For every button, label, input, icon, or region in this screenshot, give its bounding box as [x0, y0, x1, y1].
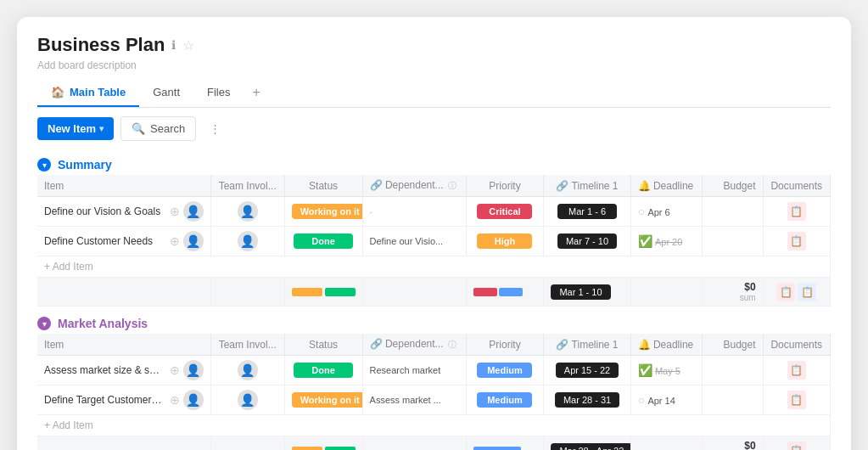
- doc-icon[interactable]: 📋: [787, 442, 806, 451]
- row-item-name[interactable]: Define our Vision & Goals: [44, 205, 163, 217]
- col-header-team: Team Invol...: [210, 334, 284, 356]
- table-row: Define our Vision & Goals ⊕ 👤 👤 Working …: [37, 197, 831, 227]
- doc-icon[interactable]: 📋: [787, 361, 806, 380]
- link-icon: 🔗: [370, 338, 383, 350]
- avatar: 👤: [238, 360, 258, 380]
- summary-timeline: Mar 1 - 10: [551, 284, 610, 300]
- link-icon: 🔗: [370, 179, 383, 191]
- search-button[interactable]: 🔍 Search: [120, 116, 196, 141]
- tabs-bar: 🏠 Main Table Gantt Files +: [37, 78, 831, 108]
- col-header-deadline: 🔔 Deadline: [630, 334, 702, 356]
- dep-value: -: [370, 206, 373, 217]
- row-item-name[interactable]: Assess market size & scope: [44, 364, 163, 376]
- priority-badge[interactable]: High: [477, 233, 532, 249]
- section-toggle-summary[interactable]: ▾: [37, 158, 51, 172]
- dep-value: Define our Visio...: [370, 236, 444, 246]
- deadline-check: ✅: [638, 363, 652, 377]
- col-header-deadline: 🔔 Deadline: [630, 175, 702, 197]
- avatar: 👤: [238, 390, 258, 410]
- add-row-icon[interactable]: ⊕: [170, 205, 180, 218]
- section-toggle-market[interactable]: ▾: [37, 317, 51, 330]
- dep-info-icon: ⓘ: [448, 181, 456, 190]
- status-badge[interactable]: Working on it: [292, 204, 362, 219]
- section-title-market: Market Analysis: [58, 317, 148, 330]
- chevron-down-icon: ▾: [99, 124, 104, 133]
- doc-icon[interactable]: 📋: [787, 232, 806, 250]
- deadline-circle: ○: [638, 205, 645, 218]
- add-row-icon[interactable]: ⊕: [170, 363, 180, 377]
- market-table: Item Team Invol... Status 🔗 Dependent...…: [37, 334, 831, 450]
- add-item-row[interactable]: + Add Item: [37, 415, 831, 436]
- toolbar: New Item ▾ 🔍 Search ⋮: [37, 116, 831, 141]
- tab-gantt[interactable]: Gantt: [139, 79, 193, 107]
- col-header-team: Team Invol...: [210, 175, 284, 197]
- col-header-priority: Priority: [466, 175, 544, 197]
- deadline-check: ✅: [638, 234, 652, 248]
- table-row: Define Customer Needs ⊕ 👤 👤 Done Define …: [37, 227, 831, 256]
- add-board-desc[interactable]: Add board description: [37, 59, 831, 71]
- deadline-value: Apr 20: [655, 237, 682, 247]
- col-header-priority: Priority: [466, 334, 544, 356]
- summary-row: Mar 28 - Apr 22 $0 sum 📋: [37, 436, 831, 451]
- doc-icon[interactable]: 📋: [787, 202, 806, 221]
- status-badge[interactable]: Done: [294, 363, 353, 378]
- deadline-value: May 5: [655, 366, 680, 376]
- col-header-dep: 🔗 Dependent... ⓘ: [362, 334, 466, 356]
- col-header-item: Item: [37, 334, 210, 356]
- priority-badge[interactable]: Critical: [477, 204, 532, 219]
- col-header-dep: 🔗 Dependent... ⓘ: [362, 175, 466, 197]
- status-badge[interactable]: Working on it: [292, 392, 362, 408]
- avatar: 👤: [183, 201, 204, 222]
- tab-main-table[interactable]: 🏠 Main Table: [37, 79, 139, 107]
- avatar: 👤: [238, 201, 258, 222]
- dep-value: Research market: [370, 365, 441, 375]
- table-row: Define Target Customer & Need ⊕ 👤 👤 Work…: [37, 385, 831, 415]
- col-header-docs: Documents: [763, 334, 830, 356]
- filter-button[interactable]: ⋮: [203, 117, 227, 140]
- add-row-icon[interactable]: ⊕: [170, 234, 180, 248]
- row-item-name[interactable]: Define Customer Needs: [44, 235, 163, 247]
- new-item-button[interactable]: New Item ▾: [37, 117, 114, 140]
- deadline-circle: ○: [638, 393, 645, 407]
- home-icon: 🏠: [51, 86, 64, 98]
- section-summary: ▾ Summary Item Team Invol... Status 🔗 De…: [37, 153, 831, 307]
- summary-table: Item Team Invol... Status 🔗 Dependent...…: [37, 175, 831, 307]
- timeline-link-icon: 🔗: [556, 180, 568, 192]
- sum-label: sum: [709, 293, 756, 302]
- deadline-value: Apr 14: [647, 396, 675, 406]
- info-icon[interactable]: ℹ: [171, 38, 176, 52]
- bell-icon: 🔔: [638, 339, 651, 351]
- tab-files[interactable]: Files: [193, 79, 244, 107]
- col-header-timeline: 🔗 Timeline 1: [544, 175, 630, 197]
- doc-icon[interactable]: 📋: [787, 391, 806, 409]
- col-header-status: Status: [284, 334, 362, 356]
- tab-add[interactable]: +: [244, 78, 268, 107]
- add-row-icon[interactable]: ⊕: [170, 393, 180, 407]
- col-header-item: Item: [37, 175, 210, 197]
- timeline-badge: Apr 15 - 22: [556, 363, 619, 378]
- doc-icon[interactable]: 📋: [776, 283, 795, 301]
- priority-badge[interactable]: Medium: [477, 392, 532, 408]
- add-item-row[interactable]: + Add Item: [37, 256, 831, 278]
- status-badge[interactable]: Done: [294, 233, 353, 249]
- summary-budget: $0: [709, 440, 756, 450]
- avatar: 👤: [183, 390, 204, 410]
- col-header-budget: Budget: [703, 334, 764, 356]
- deadline-value: Apr 6: [647, 207, 669, 217]
- col-header-docs: Documents: [763, 175, 830, 197]
- avatar: 👤: [183, 231, 204, 251]
- row-item-name[interactable]: Define Target Customer & Need: [44, 394, 163, 406]
- avatar: 👤: [238, 231, 258, 251]
- summary-timeline: Mar 28 - Apr 22: [551, 443, 630, 451]
- section-title-summary: Summary: [58, 158, 112, 172]
- priority-badge[interactable]: Medium: [477, 363, 532, 378]
- header: Business Plan ℹ ☆ Add board description: [37, 34, 831, 71]
- col-header-status: Status: [284, 175, 362, 197]
- bell-icon: 🔔: [638, 180, 651, 192]
- timeline-link-icon: 🔗: [556, 339, 568, 351]
- summary-row: Mar 1 - 10 $0 sum 📋 📋: [37, 278, 831, 307]
- doc-icon-blue[interactable]: 📋: [798, 283, 816, 301]
- star-icon[interactable]: ☆: [182, 37, 194, 53]
- col-header-budget: Budget: [703, 175, 764, 197]
- timeline-badge: Mar 28 - 31: [555, 392, 619, 408]
